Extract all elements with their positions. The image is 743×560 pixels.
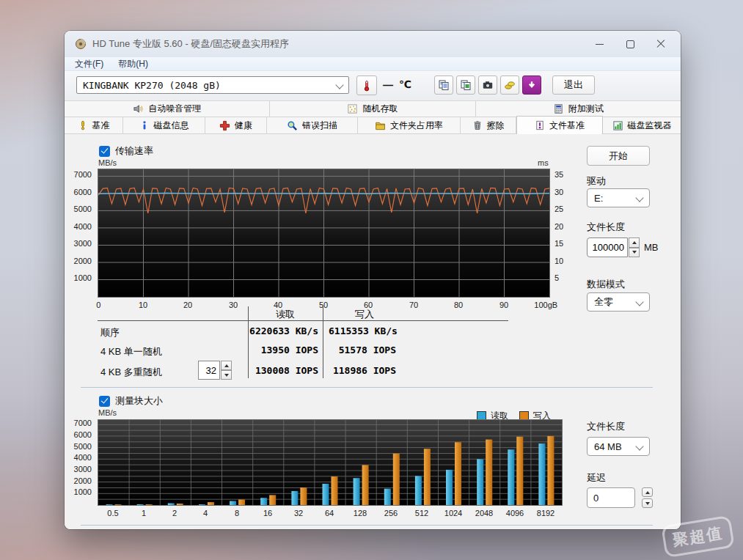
tab-extra-tests[interactable]: 附加测试 <box>476 101 681 117</box>
screenshot-button[interactable] <box>478 75 497 95</box>
y-axis-ticks: 1000200030004000500060007000 <box>65 419 95 504</box>
magnifier-icon <box>287 120 298 131</box>
checkbox-checked-icon <box>99 396 110 407</box>
tick-label: 2 <box>172 509 177 517</box>
gold-button[interactable] <box>500 75 519 95</box>
file-length2-label: 文件长度 <box>587 420 625 433</box>
tick-label: 6000 <box>74 430 92 439</box>
copy-image-button[interactable] <box>456 75 475 95</box>
tab-disk-info[interactable]: 磁盘信息 <box>123 117 205 134</box>
tab-row-upper: 自动噪音管理 随机存取 附加测试 <box>65 101 681 117</box>
tick-label: 2000 <box>74 257 92 265</box>
tab-label: 擦除 <box>487 119 505 132</box>
spin-up-button[interactable] <box>629 237 640 248</box>
y2-axis-ticks: 5101520253035 <box>553 169 575 296</box>
close-icon <box>656 40 665 48</box>
tab-health[interactable]: 健康 <box>205 117 267 134</box>
app-icon <box>75 38 87 50</box>
drive-select[interactable]: E: <box>587 188 650 207</box>
file-length2-value: 64 MB <box>594 441 622 452</box>
tick-label: 6000 <box>74 188 92 196</box>
tab-label: 自动噪音管理 <box>148 103 201 115</box>
tab-label: 附加测试 <box>568 103 604 115</box>
tick-label: 4096 <box>506 509 524 517</box>
delay-value: 0 <box>593 493 599 504</box>
transfer-rate-checkbox[interactable]: 传输速率 <box>99 144 153 158</box>
spin-up-button[interactable] <box>642 487 653 497</box>
tick-label: 7000 <box>74 170 92 179</box>
checkbox-checked-icon <box>99 146 110 157</box>
maximize-icon <box>626 40 634 48</box>
tab-error-scan[interactable]: 错误扫描 <box>267 117 358 134</box>
temperature-unit: ℃ <box>399 78 411 90</box>
chevron-down-icon <box>635 298 643 306</box>
hdtune-window: HD Tune 专业版 5.60 - 硬盘/固态硬盘实用程序 文件(F) 帮助(… <box>65 31 681 529</box>
file-length-value[interactable]: 100000 <box>587 237 628 257</box>
y-axis-ticks: 1000200030004000500060007000 <box>65 169 95 296</box>
folder-icon <box>375 120 386 131</box>
file-benchmark-icon <box>535 120 545 130</box>
copy-text-icon <box>438 79 450 91</box>
tick-label: 256 <box>384 509 398 517</box>
tick-label: 30 <box>229 301 238 309</box>
tick-label: 2000 <box>74 476 92 485</box>
section-divider <box>81 387 653 388</box>
tab-benchmark[interactable]: 基准 <box>65 117 123 134</box>
file-length-spinner[interactable]: 100000 <box>587 237 640 257</box>
spin-down-button[interactable] <box>642 498 653 508</box>
data-mode-value: 全零 <box>594 295 613 309</box>
speaker-icon <box>133 103 144 114</box>
tab-disk-monitor[interactable]: 磁盘监视器 <box>603 117 681 134</box>
tick-label: 4000 <box>74 453 92 462</box>
tick-label: 1 <box>142 509 146 517</box>
coins-icon <box>504 79 516 91</box>
close-button[interactable] <box>645 33 676 55</box>
device-selector[interactable]: KINGBANK KP270 (2048 gB) <box>76 76 349 94</box>
tick-label: 15 <box>554 239 563 248</box>
tab-file-benchmark[interactable]: 文件基准 <box>516 116 603 134</box>
tick-label: 1000 <box>74 487 92 496</box>
block-size-checkbox[interactable]: 测量块大小 <box>99 394 163 408</box>
calculator-icon <box>553 103 564 114</box>
tab-label: 文件夹占用率 <box>390 119 443 132</box>
tab-folder-usage[interactable]: 文件夹占用率 <box>358 117 461 134</box>
download-arrow-icon <box>526 79 538 91</box>
menu-help[interactable]: 帮助(H) <box>111 58 155 70</box>
tick-label: 16 <box>263 509 272 517</box>
spin-down-button[interactable] <box>629 248 640 258</box>
start-button[interactable]: 开始 <box>587 146 650 166</box>
read-column-header: 读取 <box>276 308 295 321</box>
file-length-label: 文件长度 <box>587 221 625 234</box>
minimize-button[interactable] <box>584 33 615 55</box>
tick-label: 5000 <box>74 205 92 213</box>
thermometer-icon <box>361 80 373 92</box>
temperature-button[interactable] <box>356 75 377 95</box>
tick-label: 3000 <box>74 239 92 248</box>
tab-erase[interactable]: 擦除 <box>461 117 516 134</box>
tick-label: 10 <box>554 257 563 265</box>
row-sequential-label: 顺序 <box>100 326 120 339</box>
tick-label: 1000 <box>74 273 92 282</box>
data-mode-select[interactable]: 全零 <box>587 292 650 312</box>
data-mode-label: 数据模式 <box>587 278 625 291</box>
transfer-rate-chart <box>98 169 550 298</box>
exit-button[interactable]: 退出 <box>552 75 595 95</box>
tab-random-access[interactable]: 随机存取 <box>270 101 475 117</box>
delay-spinner[interactable] <box>642 487 653 508</box>
delay-input[interactable]: 0 <box>587 487 635 508</box>
tick-label: 80 <box>454 301 463 309</box>
tick-label: 70 <box>409 301 418 309</box>
tab-automatic-acoustic-management[interactable]: 自动噪音管理 <box>65 101 270 117</box>
y-axis-unit: MB/s <box>98 408 117 417</box>
menu-file[interactable]: 文件(F) <box>65 58 111 70</box>
file-length-unit: MB <box>644 242 659 253</box>
copy-text-button[interactable] <box>434 75 453 95</box>
tab-label: 错误扫描 <box>302 119 337 132</box>
maximize-button[interactable] <box>615 33 645 55</box>
arrow-down-icon <box>632 251 637 254</box>
download-button[interactable] <box>522 75 541 95</box>
tick-label: 5 <box>554 273 559 282</box>
file-length2-select[interactable]: 64 MB <box>587 437 650 456</box>
row-4k-multi-label: 4 KB 多重随机 <box>100 366 162 379</box>
y-axis-unit: MB/s <box>98 158 117 167</box>
